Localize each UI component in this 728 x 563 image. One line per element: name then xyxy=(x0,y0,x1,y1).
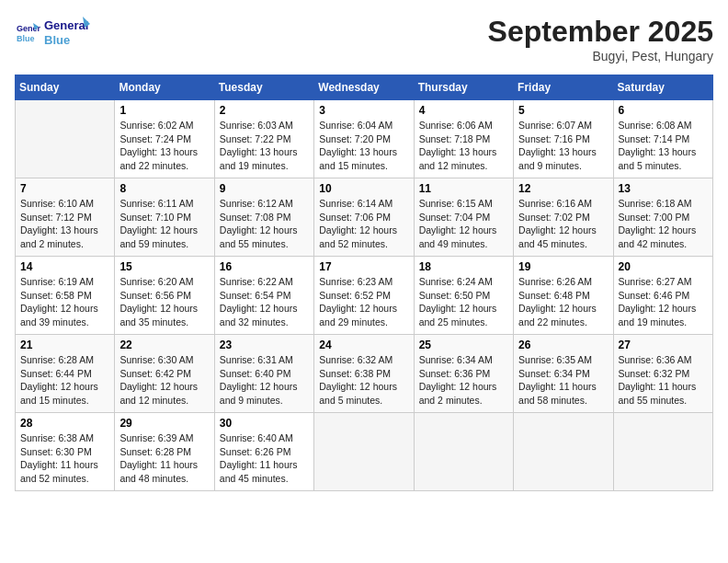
day-number: 4 xyxy=(419,104,508,117)
cell-content: Sunrise: 6:12 AM Sunset: 7:08 PM Dayligh… xyxy=(220,197,309,251)
table-row: 2Sunrise: 6:03 AM Sunset: 7:22 PM Daylig… xyxy=(214,100,313,178)
col-saturday: Saturday xyxy=(613,75,712,100)
svg-text:General: General xyxy=(17,24,40,33)
table-row: 21Sunrise: 6:28 AM Sunset: 6:44 PM Dayli… xyxy=(16,335,115,413)
table-row: 19Sunrise: 6:26 AM Sunset: 6:48 PM Dayli… xyxy=(514,257,613,335)
cell-content: Sunrise: 6:11 AM Sunset: 7:10 PM Dayligh… xyxy=(119,197,209,251)
day-number: 23 xyxy=(220,339,309,351)
cell-content: Sunrise: 6:03 AM Sunset: 7:22 PM Dayligh… xyxy=(220,119,309,173)
cell-content: Sunrise: 6:23 AM Sunset: 6:52 PM Dayligh… xyxy=(319,275,408,329)
cell-content: Sunrise: 6:26 AM Sunset: 6:48 PM Dayligh… xyxy=(518,275,608,329)
cell-content: Sunrise: 6:22 AM Sunset: 6:54 PM Dayligh… xyxy=(220,275,309,329)
day-number: 20 xyxy=(619,260,708,273)
day-number: 22 xyxy=(119,339,209,351)
table-row: 22Sunrise: 6:30 AM Sunset: 6:42 PM Dayli… xyxy=(115,335,214,413)
cell-content: Sunrise: 6:39 AM Sunset: 6:28 PM Dayligh… xyxy=(119,431,209,486)
cell-content: Sunrise: 6:20 AM Sunset: 6:56 PM Dayligh… xyxy=(119,275,209,329)
table-row: 26Sunrise: 6:35 AM Sunset: 6:34 PM Dayli… xyxy=(514,335,613,413)
cell-content: Sunrise: 6:07 AM Sunset: 7:16 PM Dayligh… xyxy=(518,119,608,173)
cell-content: Sunrise: 6:32 AM Sunset: 6:38 PM Dayligh… xyxy=(319,353,408,408)
cell-content: Sunrise: 6:10 AM Sunset: 7:12 PM Dayligh… xyxy=(20,197,109,251)
day-number: 29 xyxy=(119,417,209,430)
day-number: 28 xyxy=(20,417,109,430)
cell-content: Sunrise: 6:40 AM Sunset: 6:26 PM Dayligh… xyxy=(220,431,309,486)
col-wednesday: Wednesday xyxy=(314,75,414,100)
day-number: 13 xyxy=(619,182,708,195)
logo-graphic: General Blue xyxy=(44,15,90,50)
location: Bugyi, Pest, Hungary xyxy=(488,49,713,63)
calendar-week-row: 1Sunrise: 6:02 AM Sunset: 7:24 PM Daylig… xyxy=(16,100,713,178)
day-number: 1 xyxy=(119,104,209,117)
col-monday: Monday xyxy=(115,75,214,100)
logo: General Blue General Blue xyxy=(15,15,90,50)
table-row: 29Sunrise: 6:39 AM Sunset: 6:28 PM Dayli… xyxy=(115,413,214,491)
page-header: General Blue General Blue September 2025… xyxy=(15,15,713,63)
table-row xyxy=(514,413,613,491)
table-row: 30Sunrise: 6:40 AM Sunset: 6:26 PM Dayli… xyxy=(214,413,313,491)
cell-content: Sunrise: 6:08 AM Sunset: 7:14 PM Dayligh… xyxy=(619,119,708,173)
day-number: 7 xyxy=(20,182,109,195)
table-row xyxy=(613,413,712,491)
col-tuesday: Tuesday xyxy=(214,75,313,100)
day-number: 3 xyxy=(319,104,408,117)
cell-content: Sunrise: 6:27 AM Sunset: 6:46 PM Dayligh… xyxy=(619,275,708,329)
table-row: 13Sunrise: 6:18 AM Sunset: 7:00 PM Dayli… xyxy=(613,178,712,257)
day-number: 8 xyxy=(119,182,209,195)
cell-content: Sunrise: 6:38 AM Sunset: 6:30 PM Dayligh… xyxy=(20,431,109,486)
day-number: 18 xyxy=(419,260,508,273)
table-row: 10Sunrise: 6:14 AM Sunset: 7:06 PM Dayli… xyxy=(314,178,414,257)
table-row: 4Sunrise: 6:06 AM Sunset: 7:18 PM Daylig… xyxy=(414,100,513,178)
day-number: 25 xyxy=(419,339,508,351)
cell-content: Sunrise: 6:30 AM Sunset: 6:42 PM Dayligh… xyxy=(119,353,209,408)
table-row: 14Sunrise: 6:19 AM Sunset: 6:58 PM Dayli… xyxy=(16,257,115,335)
title-block: September 2025 Bugyi, Pest, Hungary xyxy=(488,15,713,63)
table-row: 16Sunrise: 6:22 AM Sunset: 6:54 PM Dayli… xyxy=(214,257,313,335)
calendar-table: Sunday Monday Tuesday Wednesday Thursday… xyxy=(15,75,713,491)
table-row: 28Sunrise: 6:38 AM Sunset: 6:30 PM Dayli… xyxy=(16,413,115,491)
day-number: 16 xyxy=(220,260,309,273)
day-number: 30 xyxy=(220,417,309,430)
day-number: 12 xyxy=(518,182,608,195)
cell-content: Sunrise: 6:04 AM Sunset: 7:20 PM Dayligh… xyxy=(319,119,408,173)
svg-text:General: General xyxy=(44,18,88,32)
table-row: 23Sunrise: 6:31 AM Sunset: 6:40 PM Dayli… xyxy=(214,335,313,413)
table-row: 15Sunrise: 6:20 AM Sunset: 6:56 PM Dayli… xyxy=(115,257,214,335)
day-number: 24 xyxy=(319,339,408,351)
cell-content: Sunrise: 6:18 AM Sunset: 7:00 PM Dayligh… xyxy=(619,197,708,251)
cell-content: Sunrise: 6:19 AM Sunset: 6:58 PM Dayligh… xyxy=(20,275,109,329)
table-row: 11Sunrise: 6:15 AM Sunset: 7:04 PM Dayli… xyxy=(414,178,513,257)
table-row: 18Sunrise: 6:24 AM Sunset: 6:50 PM Dayli… xyxy=(414,257,513,335)
calendar-week-row: 14Sunrise: 6:19 AM Sunset: 6:58 PM Dayli… xyxy=(16,257,713,335)
table-row: 20Sunrise: 6:27 AM Sunset: 6:46 PM Dayli… xyxy=(613,257,712,335)
cell-content: Sunrise: 6:06 AM Sunset: 7:18 PM Dayligh… xyxy=(419,119,508,173)
cell-content: Sunrise: 6:34 AM Sunset: 6:36 PM Dayligh… xyxy=(419,353,508,408)
table-row: 5Sunrise: 6:07 AM Sunset: 7:16 PM Daylig… xyxy=(514,100,613,178)
table-row xyxy=(414,413,513,491)
table-row: 7Sunrise: 6:10 AM Sunset: 7:12 PM Daylig… xyxy=(16,178,115,257)
calendar-week-row: 28Sunrise: 6:38 AM Sunset: 6:30 PM Dayli… xyxy=(16,413,713,491)
day-number: 2 xyxy=(220,104,309,117)
day-number: 21 xyxy=(20,339,109,351)
table-row: 9Sunrise: 6:12 AM Sunset: 7:08 PM Daylig… xyxy=(214,178,313,257)
day-number: 10 xyxy=(319,182,408,195)
day-number: 11 xyxy=(419,182,508,195)
table-row: 12Sunrise: 6:16 AM Sunset: 7:02 PM Dayli… xyxy=(514,178,613,257)
table-row: 3Sunrise: 6:04 AM Sunset: 7:20 PM Daylig… xyxy=(314,100,414,178)
table-row: 1Sunrise: 6:02 AM Sunset: 7:24 PM Daylig… xyxy=(115,100,214,178)
table-row xyxy=(314,413,414,491)
cell-content: Sunrise: 6:28 AM Sunset: 6:44 PM Dayligh… xyxy=(20,353,109,408)
col-thursday: Thursday xyxy=(414,75,513,100)
day-number: 9 xyxy=(220,182,309,195)
table-row: 24Sunrise: 6:32 AM Sunset: 6:38 PM Dayli… xyxy=(314,335,414,413)
svg-text:Blue: Blue xyxy=(17,34,35,43)
day-number: 14 xyxy=(20,260,109,273)
day-number: 27 xyxy=(619,339,708,351)
day-number: 15 xyxy=(119,260,209,273)
table-row xyxy=(16,100,115,178)
table-row: 27Sunrise: 6:36 AM Sunset: 6:32 PM Dayli… xyxy=(613,335,712,413)
cell-content: Sunrise: 6:31 AM Sunset: 6:40 PM Dayligh… xyxy=(220,353,309,408)
col-sunday: Sunday xyxy=(16,75,115,100)
cell-content: Sunrise: 6:24 AM Sunset: 6:50 PM Dayligh… xyxy=(419,275,508,329)
logo-icon: General Blue xyxy=(15,19,40,45)
table-row: 25Sunrise: 6:34 AM Sunset: 6:36 PM Dayli… xyxy=(414,335,513,413)
